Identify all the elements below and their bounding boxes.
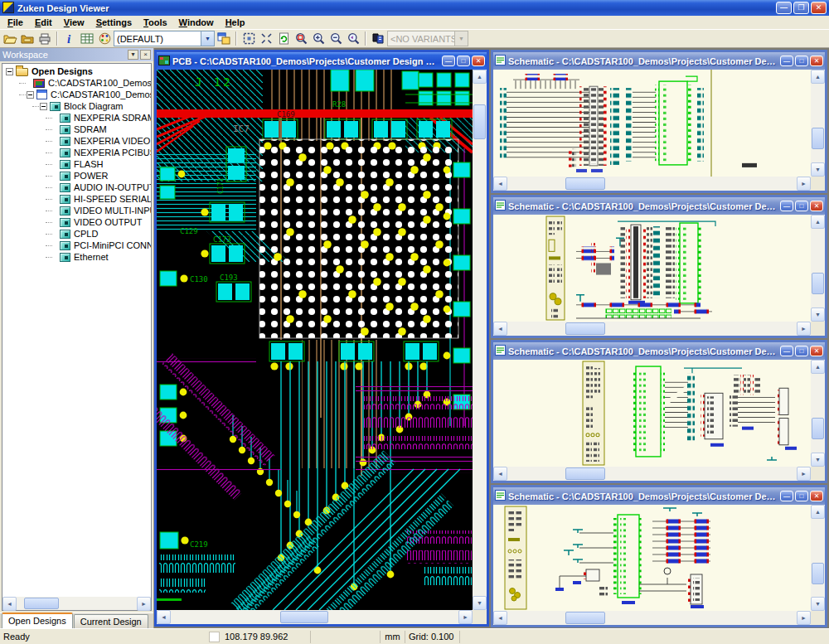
- pcb-h-scrollbar[interactable]: ◄ ►: [157, 610, 473, 624]
- maximize-button[interactable]: □: [795, 201, 808, 211]
- schematic-canvas[interactable]: [493, 505, 811, 611]
- tree-item[interactable]: VIDEO OUTPUT: [2, 216, 151, 228]
- maximize-button[interactable]: □: [795, 56, 808, 66]
- tree-item[interactable]: NEXPERIA PCIBUS: [2, 147, 151, 158]
- scroll-right-button[interactable]: ►: [797, 322, 811, 336]
- tree-item[interactable]: NEXPERIA VIDEO: [2, 135, 151, 147]
- menu-item[interactable]: File: [2, 17, 29, 28]
- scroll-down-button[interactable]: ▼: [473, 596, 487, 610]
- style-combo[interactable]: (DEFAULT) ▼: [114, 31, 215, 46]
- zoom-previous-button[interactable]: [345, 31, 361, 46]
- pcb-v-scrollbar[interactable]: ▲ ▼: [473, 70, 487, 610]
- scroll-right-button[interactable]: ►: [797, 467, 811, 481]
- scroll-down-button[interactable]: ▼: [811, 307, 825, 322]
- menu-item[interactable]: Tools: [138, 17, 173, 28]
- scroll-left-button[interactable]: ◄: [493, 467, 507, 481]
- resize-grip[interactable]: [473, 610, 487, 624]
- schematic-h-scrollbar[interactable]: ◄ ►: [493, 177, 811, 191]
- resize-grip[interactable]: [811, 467, 825, 481]
- close-button[interactable]: ✕: [810, 346, 823, 356]
- tree-item[interactable]: VIDEO MULTI-INPUT: [2, 205, 151, 216]
- schematic-canvas[interactable]: [493, 70, 811, 177]
- menu-item[interactable]: Edit: [29, 17, 58, 28]
- schematic-h-scrollbar[interactable]: ◄ ►: [493, 611, 811, 625]
- reports-button[interactable]: [79, 31, 95, 46]
- minimize-button[interactable]: —: [776, 2, 792, 14]
- schematic-canvas[interactable]: [493, 360, 811, 467]
- scroll-left-button[interactable]: ◄: [493, 177, 507, 191]
- tree-item[interactable]: POWER: [2, 170, 151, 182]
- maximize-button[interactable]: □: [795, 491, 808, 501]
- variants-button[interactable]: [370, 31, 386, 46]
- pcb-window-titlebar[interactable]: PCB - C:\CADSTAR100_Demos\Projects\Custo…: [157, 52, 487, 70]
- scroll-down-button[interactable]: ▼: [811, 597, 825, 611]
- maximize-button[interactable]: □: [795, 346, 808, 356]
- pcb-window[interactable]: PCB - C:\CADSTAR100_Demos\Projects\Custo…: [154, 50, 489, 627]
- schematic-window-4[interactable]: Schematic - C:\CADSTAR100_Demos\Projects…: [491, 485, 827, 627]
- tree-item[interactable]: AUDIO IN-OUTPUT: [2, 182, 151, 193]
- scroll-right-button[interactable]: ►: [137, 597, 151, 611]
- tree-item[interactable]: Block Diagram: [2, 100, 151, 112]
- tree-item[interactable]: Open Designs: [2, 65, 151, 77]
- pcb-canvas[interactable]: J 12 R28 C169 IC7 C171 C129 C173 C193 C1…: [157, 70, 473, 610]
- schematic-window-titlebar[interactable]: Schematic - C:\CADSTAR100_Demos\Projects…: [493, 342, 825, 360]
- scroll-up-button[interactable]: ▲: [811, 70, 825, 84]
- tree-expander-icon[interactable]: [40, 103, 47, 110]
- resize-grip[interactable]: [811, 611, 825, 625]
- scroll-right-button[interactable]: ►: [797, 611, 811, 625]
- workspace-tab[interactable]: Open Designs: [2, 613, 73, 628]
- schematic-canvas[interactable]: [493, 215, 811, 322]
- tree-item[interactable]: FLASH: [2, 158, 151, 170]
- minimize-button[interactable]: —: [780, 491, 793, 501]
- workspace-close-button[interactable]: ×: [140, 50, 151, 60]
- zoom-out-button[interactable]: [327, 31, 344, 46]
- schematic-window-1[interactable]: Schematic - C:\CADSTAR100_Demos\Projects…: [491, 50, 827, 193]
- scroll-left-button[interactable]: ◄: [157, 610, 171, 624]
- refresh-view-button[interactable]: [275, 31, 292, 46]
- schematic-v-scrollbar[interactable]: ▲ ▼: [811, 505, 825, 611]
- menu-item[interactable]: View: [58, 17, 90, 28]
- schematic-window-titlebar[interactable]: Schematic - C:\CADSTAR100_Demos\Projects…: [493, 197, 825, 215]
- close-button[interactable]: ✕: [811, 2, 827, 14]
- menu-item[interactable]: Window: [173, 17, 220, 28]
- scroll-up-button[interactable]: ▲: [473, 70, 487, 84]
- scroll-down-button[interactable]: ▼: [811, 453, 825, 467]
- minimize-button[interactable]: —: [780, 346, 793, 356]
- scroll-right-button[interactable]: ►: [458, 610, 473, 624]
- tree-item[interactable]: CPLD: [2, 228, 151, 240]
- resize-grip[interactable]: [811, 322, 825, 336]
- close-button[interactable]: ✕: [810, 201, 823, 211]
- scroll-up-button[interactable]: ▲: [811, 505, 825, 519]
- tree-item[interactable]: Ethernet: [2, 251, 151, 263]
- resize-grip[interactable]: [811, 177, 825, 191]
- scroll-right-button[interactable]: ►: [797, 177, 811, 191]
- schematic-window-titlebar[interactable]: Schematic - C:\CADSTAR100_Demos\Projects…: [493, 487, 825, 505]
- maximize-button[interactable]: □: [457, 56, 470, 66]
- tree-item[interactable]: C:\CADSTAR100_Demos\Projec: [2, 89, 151, 100]
- tree-item[interactable]: NEXPERIA SDRAM: [2, 112, 151, 123]
- item-information-button[interactable]: i: [61, 31, 78, 46]
- colours-button[interactable]: [96, 31, 113, 46]
- close-button[interactable]: ✕: [810, 491, 823, 501]
- close-button[interactable]: ✕: [472, 56, 485, 66]
- scroll-down-button[interactable]: ▼: [811, 162, 825, 177]
- schematic-window-titlebar[interactable]: Schematic - C:\CADSTAR100_Demos\Projects…: [493, 52, 825, 70]
- schematic-h-scrollbar[interactable]: ◄ ►: [493, 322, 811, 336]
- view-all-button[interactable]: [240, 31, 257, 46]
- minimize-button[interactable]: —: [780, 201, 793, 211]
- close-button[interactable]: ✕: [810, 56, 823, 66]
- scroll-up-button[interactable]: ▲: [811, 215, 825, 229]
- schematic-window-2[interactable]: Schematic - C:\CADSTAR100_Demos\Projects…: [491, 195, 827, 338]
- restore-button[interactable]: ❐: [793, 2, 809, 14]
- tree-expander-icon[interactable]: [27, 91, 34, 99]
- workspace-pin-button[interactable]: ▾: [128, 50, 138, 60]
- view-centre-button[interactable]: [258, 31, 274, 46]
- workspace-tab[interactable]: Current Design: [74, 614, 148, 628]
- tree-item[interactable]: C:\CADSTAR100_Demos\Projec: [2, 77, 151, 89]
- scroll-left-button[interactable]: ◄: [2, 597, 17, 611]
- open-design-button[interactable]: [2, 31, 18, 46]
- minimize-button[interactable]: —: [780, 56, 793, 66]
- menu-item[interactable]: Settings: [90, 17, 138, 28]
- tree-item[interactable]: HI-SPEED SERIAL: [2, 193, 151, 205]
- menu-item[interactable]: Help: [220, 17, 251, 28]
